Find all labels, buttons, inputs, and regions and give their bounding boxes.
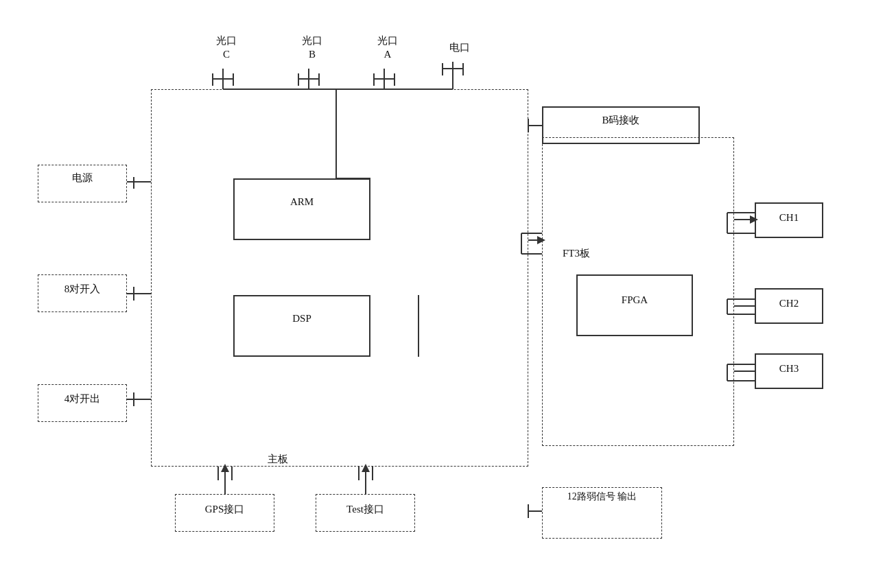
dsp-label: DSP	[233, 312, 370, 326]
ch3-label: CH3	[755, 362, 823, 376]
test-label: Test接口	[316, 503, 415, 517]
dianyuan-label: 电源	[38, 172, 127, 185]
main-board-box	[151, 89, 528, 467]
si-dui-label: 4对开出	[38, 392, 127, 406]
guang-b-label: 光口B	[288, 34, 336, 61]
ch1-label: CH1	[755, 211, 823, 225]
guang-c-label: 光口C	[202, 34, 250, 61]
guang-a-label: 光口A	[364, 34, 412, 61]
ch2-label: CH2	[755, 297, 823, 311]
arm-label: ARM	[233, 196, 370, 209]
ft3-label: FT3板	[563, 247, 590, 261]
fpga-label: FPGA	[576, 294, 693, 307]
dian-kou-label: 电口	[439, 41, 480, 55]
zhuban-label: 主板	[268, 453, 288, 467]
gps-label: GPS接口	[175, 503, 274, 517]
dsp-box	[233, 295, 370, 357]
ba-dui-label: 8对开入	[38, 283, 127, 296]
bma-label: B码接收	[542, 114, 700, 128]
arm-box	[233, 178, 370, 240]
ruo-xin-label: 12路弱信号 输出	[542, 491, 662, 503]
